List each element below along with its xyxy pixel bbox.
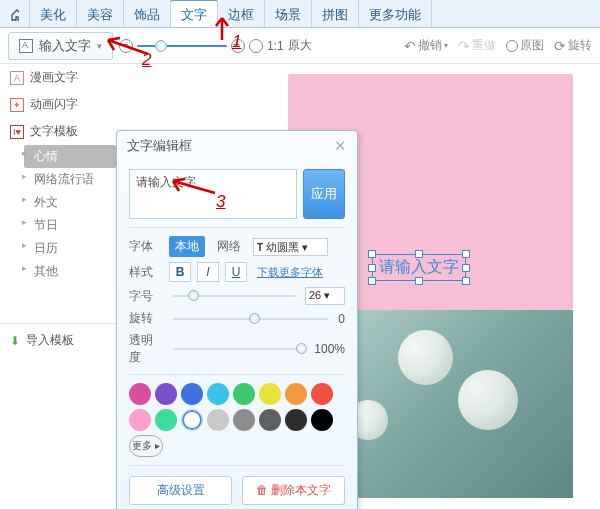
- zoom-controls: 1:1 原大: [119, 37, 312, 54]
- rotate-button[interactable]: ⟳旋转: [554, 37, 592, 54]
- color-swatch[interactable]: [259, 409, 281, 431]
- zoom-slider[interactable]: [137, 45, 227, 47]
- color-palette: 更多 ▸: [129, 383, 345, 457]
- font-label: 字体: [129, 238, 163, 255]
- import-icon: ⬇: [10, 334, 20, 348]
- rotate-label: 旋转: [129, 310, 163, 327]
- anim-icon: ✦: [10, 98, 24, 112]
- opacity-slider[interactable]: [173, 348, 304, 350]
- sub-item-calendar[interactable]: 日历: [24, 237, 126, 260]
- more-fonts-link[interactable]: 下载更多字体: [257, 265, 323, 280]
- zoom-in-icon[interactable]: [231, 39, 245, 53]
- color-swatch[interactable]: [285, 409, 307, 431]
- tab-frame[interactable]: 边框: [218, 0, 265, 27]
- undo-button[interactable]: ↶撤销▾: [404, 37, 448, 54]
- left-panel: A漫画文字 ✦动画闪字 I♥文字模板 心情 网络流行语 外文 节日 日历 其他 …: [0, 64, 126, 357]
- color-swatch[interactable]: [311, 409, 333, 431]
- font-tab-net[interactable]: 网络: [211, 236, 247, 257]
- style-label: 样式: [129, 264, 163, 281]
- color-swatch[interactable]: [181, 383, 203, 405]
- sidebar-item-manhua[interactable]: A漫画文字: [0, 64, 126, 91]
- delete-text-button[interactable]: 🗑 删除本文字: [242, 476, 345, 505]
- tab-scene[interactable]: 场景: [265, 0, 312, 27]
- sub-item-netslang[interactable]: 网络流行语: [24, 168, 126, 191]
- rotate-value: 0: [338, 312, 345, 326]
- color-swatch[interactable]: [311, 383, 333, 405]
- rotate-slider[interactable]: [173, 318, 328, 320]
- input-text-button[interactable]: 输入文字 ▾: [8, 32, 113, 60]
- color-swatch[interactable]: [233, 383, 255, 405]
- dropdown-icon: ▾: [97, 41, 102, 51]
- font-tab-local[interactable]: 本地: [169, 236, 205, 257]
- size-value-select[interactable]: 26 ▾: [305, 287, 345, 305]
- italic-button[interactable]: I: [197, 262, 219, 282]
- tab-beautify[interactable]: 美化: [30, 0, 77, 27]
- text-input-textarea[interactable]: [129, 169, 297, 219]
- sidebar-item-template[interactable]: I♥文字模板: [0, 118, 126, 145]
- template-sublist: 心情 网络流行语 外文 节日 日历 其他: [0, 145, 126, 283]
- color-swatch[interactable]: [155, 409, 177, 431]
- bubble-icon: A: [10, 71, 24, 85]
- import-template-button[interactable]: ⬇ 导入模板: [0, 323, 126, 357]
- color-swatch[interactable]: [207, 409, 229, 431]
- tab-home[interactable]: [0, 0, 30, 27]
- font-select[interactable]: T 幼圆黑 ▾: [253, 238, 328, 256]
- color-swatch[interactable]: [233, 409, 255, 431]
- template-icon: I♥: [10, 125, 24, 139]
- dialog-title: 文字编辑框: [127, 137, 192, 155]
- color-swatch[interactable]: [181, 409, 203, 431]
- zoom-out-icon[interactable]: [119, 39, 133, 53]
- sub-item-other[interactable]: 其他: [24, 260, 126, 283]
- color-swatch[interactable]: [207, 383, 229, 405]
- color-swatch[interactable]: [129, 409, 151, 431]
- color-swatch[interactable]: [285, 383, 307, 405]
- apply-button[interactable]: 应用: [303, 169, 345, 219]
- canvas-text-selection[interactable]: 请输入文字: [372, 254, 466, 281]
- text-box-icon: [19, 39, 33, 53]
- opacity-value: 100%: [314, 342, 345, 356]
- home-icon: [10, 8, 19, 22]
- size-label: 字号: [129, 288, 163, 305]
- tab-collage[interactable]: 拼图: [312, 0, 359, 27]
- close-icon[interactable]: ✕: [334, 137, 347, 155]
- tab-cosmetic[interactable]: 美容: [77, 0, 124, 27]
- toolbar: 输入文字 ▾ 1:1 原大 ↶撤销▾ ↷重做 原图 ⟳旋转: [0, 28, 600, 64]
- sidebar-item-anim[interactable]: ✦动画闪字: [0, 91, 126, 118]
- underline-button[interactable]: U: [225, 262, 247, 282]
- color-swatch[interactable]: [129, 383, 151, 405]
- top-tabs: 美化 美容 饰品 文字 边框 场景 拼图 更多功能: [0, 0, 600, 28]
- original-button[interactable]: 原图: [506, 37, 544, 54]
- text-edit-dialog: 文字编辑框 ✕ 应用 字体 本地 网络 T 幼圆黑 ▾ 样式 B I U 下载更…: [116, 130, 358, 509]
- redo-button[interactable]: ↷重做: [458, 37, 496, 54]
- sub-item-festival[interactable]: 节日: [24, 214, 126, 237]
- sub-item-mood[interactable]: 心情: [24, 145, 116, 168]
- tab-accessory[interactable]: 饰品: [124, 0, 171, 27]
- bold-button[interactable]: B: [169, 262, 191, 282]
- dialog-title-bar[interactable]: 文字编辑框 ✕: [117, 131, 357, 161]
- sub-item-foreign[interactable]: 外文: [24, 191, 126, 214]
- zoom-original-label: 原大: [288, 37, 312, 54]
- size-slider[interactable]: [173, 295, 295, 297]
- zoom-reset-icon[interactable]: [249, 39, 263, 53]
- tab-more[interactable]: 更多功能: [359, 0, 432, 27]
- tab-text[interactable]: 文字: [171, 0, 218, 27]
- zoom-reset-label: 1:1: [267, 39, 284, 53]
- opacity-label: 透明度: [129, 332, 163, 366]
- advanced-button[interactable]: 高级设置: [129, 476, 232, 505]
- color-swatch[interactable]: [259, 383, 281, 405]
- more-colors-button[interactable]: 更多 ▸: [129, 435, 163, 457]
- color-swatch[interactable]: [155, 383, 177, 405]
- input-text-label: 输入文字: [39, 37, 91, 55]
